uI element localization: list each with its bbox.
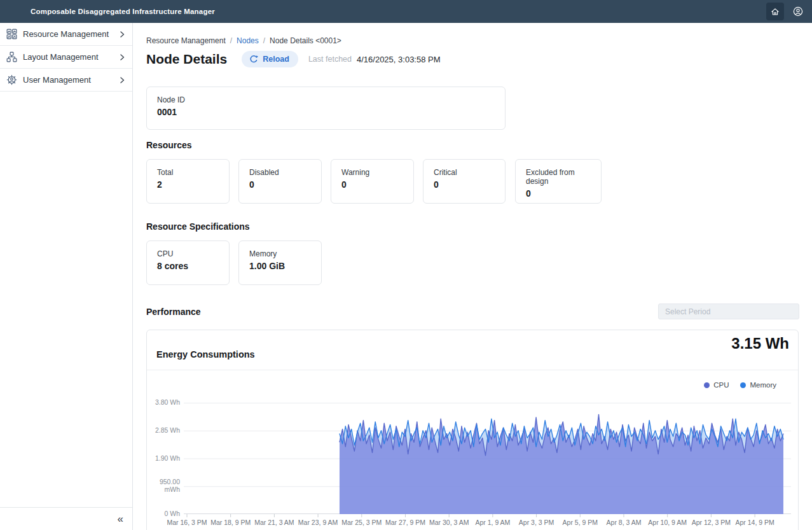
legend-dot	[704, 382, 710, 388]
resources-heading: Resources	[146, 140, 192, 150]
x-tick-label: Apr 10, 9 AM	[648, 519, 687, 526]
sidebar-collapse-button[interactable]: «	[118, 513, 123, 524]
breadcrumb-nodes-link[interactable]: Nodes	[237, 36, 259, 45]
legend-item-memory[interactable]: Memory	[740, 381, 776, 389]
x-tick-label: Mar 21, 3 AM	[254, 519, 294, 526]
sidebar-item-resource-management[interactable]: Resource Management	[0, 23, 132, 46]
x-tick-label: Mar 16, 3 PM	[167, 519, 207, 526]
x-tick-label: Mar 25, 3 PM	[341, 519, 382, 526]
sidebar-item-label: Layout Management	[23, 52, 118, 62]
last-fetched-value: 4/16/2025, 3:03:58 PM	[357, 55, 441, 64]
specifications-heading: Resource Specifications	[146, 221, 250, 232]
x-axis-labels: Mar 16, 3 PMMar 18, 9 PMMar 21, 3 AMMar …	[184, 519, 791, 529]
select-period-input[interactable]	[658, 303, 799, 319]
main-content: Resource Management / Nodes / Node Detai…	[134, 23, 812, 530]
x-tick-label: Apr 12, 3 PM	[692, 519, 731, 526]
resource-management-icon	[6, 29, 17, 39]
chevron-right-icon	[118, 31, 126, 38]
resource-card-excluded: Excluded from design 0	[515, 159, 602, 204]
x-tick-label: Mar 18, 9 PM	[210, 519, 251, 526]
sidebar-item-user-management[interactable]: User Management	[0, 69, 132, 92]
performance-heading: Performance	[146, 307, 201, 317]
x-tick-label: Mar 30, 3 AM	[429, 519, 469, 526]
x-tick-label: Apr 3, 3 PM	[519, 519, 554, 526]
x-tick-label: Apr 8, 3 AM	[607, 519, 642, 526]
y-tick-label: 950.00 mWh	[148, 479, 180, 494]
node-id-card: Node ID 0001	[146, 87, 506, 130]
breadcrumb-current: Node Details <0001>	[270, 36, 341, 45]
x-tick-label: Apr 5, 9 PM	[563, 519, 598, 526]
chart-legend: CPUMemory	[704, 381, 776, 389]
sidebar-item-layout-management[interactable]: Layout Management	[0, 46, 132, 69]
chevron-right-icon	[118, 76, 126, 84]
sidebar-footer: «	[0, 507, 132, 530]
resource-card-critical: Critical 0	[423, 159, 506, 204]
x-tick-label: Apr 14, 9 PM	[735, 519, 774, 526]
node-id-value: 0001	[157, 107, 495, 117]
y-tick-label: 1.90 Wh	[148, 455, 180, 463]
layout-management-icon	[6, 52, 17, 62]
legend-label: Memory	[750, 381, 776, 389]
sidebar-item-label: Resource Management	[23, 29, 118, 39]
x-tick-label: Mar 27, 9 PM	[385, 519, 425, 526]
chevron-right-icon	[118, 53, 126, 61]
y-tick-label: 2.85 Wh	[148, 427, 180, 435]
app-bar: Composable Disaggregated Infrastructure …	[0, 0, 812, 23]
user-management-icon	[6, 74, 17, 85]
x-tick-label: Apr 1, 9 AM	[475, 519, 510, 526]
sidebar-item-label: User Management	[23, 75, 118, 85]
last-fetched-label: Last fetched	[308, 55, 352, 64]
account-icon	[792, 6, 804, 17]
breadcrumb-resource-management[interactable]: Resource Management	[146, 36, 226, 45]
resource-card-warning: Warning 0	[331, 159, 414, 204]
energy-consumptions-card: Energy Consumptions 3.15 Wh CPUMemory 3.…	[146, 330, 799, 530]
y-tick-label: 0 Wh	[148, 510, 180, 518]
resource-card-disabled: Disabled 0	[238, 159, 322, 204]
node-id-label: Node ID	[157, 95, 495, 104]
spec-card-memory: Memory 1.00 GiB	[238, 241, 322, 285]
breadcrumb: Resource Management / Nodes / Node Detai…	[146, 36, 341, 45]
app-title: Composable Disaggregated Infrastructure …	[31, 8, 215, 15]
chart-title: Energy Consumptions	[156, 349, 255, 359]
y-tick-label: 3.80 Wh	[148, 399, 180, 407]
home-icon	[770, 6, 780, 17]
divider	[147, 370, 798, 370]
legend-dot	[740, 382, 746, 388]
resource-card-total: Total 2	[146, 159, 230, 204]
chart-total-value: 3.15 Wh	[731, 335, 789, 352]
sidebar: Resource Management Layout Management	[0, 23, 133, 530]
legend-label: CPU	[713, 381, 729, 389]
page-title: Node Details	[146, 52, 227, 67]
energy-consumptions-chart	[184, 403, 791, 519]
account-button[interactable]	[789, 3, 807, 20]
reload-button[interactable]: Reload	[242, 51, 298, 67]
home-button[interactable]	[766, 3, 784, 20]
reload-icon	[249, 55, 258, 64]
spec-card-cpu: CPU 8 cores	[146, 241, 230, 285]
x-tick-label: Mar 23, 9 AM	[298, 519, 338, 526]
legend-item-cpu[interactable]: CPU	[704, 381, 729, 389]
